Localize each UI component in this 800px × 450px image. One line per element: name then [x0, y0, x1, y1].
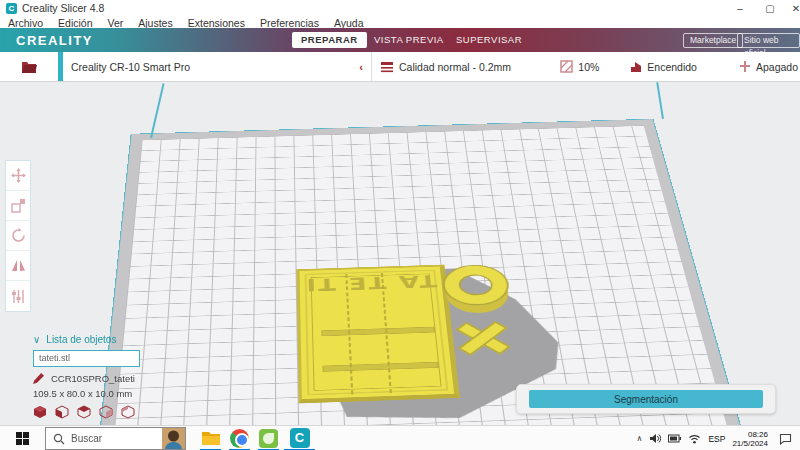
- printer-name: Creality CR-10 Smart Pro: [71, 61, 359, 73]
- app-title: Creality Slicer 4.8: [22, 2, 104, 14]
- support-icon: [629, 60, 642, 73]
- infill-icon: [560, 60, 573, 73]
- search-box[interactable]: Buscar: [45, 427, 186, 450]
- taskbar-creality-icon[interactable]: C: [285, 427, 314, 449]
- close-button[interactable]: ✕: [782, 0, 800, 17]
- object-list-title: Lista de objetos: [46, 334, 116, 345]
- taskbar: Buscar C ∧ ESP: [0, 425, 800, 450]
- start-button[interactable]: [0, 426, 44, 450]
- menu-item-ajustes[interactable]: Ajustes: [138, 17, 172, 29]
- open-file-button[interactable]: [0, 52, 58, 81]
- quality-setting[interactable]: Calidad normal - 0.2mm: [380, 61, 511, 73]
- mirror-icon: [11, 258, 26, 273]
- move-icon: [11, 168, 26, 183]
- green-app-icon: [259, 429, 278, 448]
- model-board[interactable]: TA TE TI: [297, 265, 460, 404]
- search-placeholder: Buscar: [71, 433, 162, 444]
- creality-app-icon: C: [290, 428, 310, 448]
- print-settings-bar[interactable]: Calidad normal - 0.2mm 10% Encendido Apa…: [372, 52, 800, 81]
- tab-vista-previa[interactable]: VISTA PREVIA: [365, 32, 453, 48]
- support-setting[interactable]: Encendido: [629, 60, 697, 73]
- official-site-button[interactable]: Sitio web oficial: [737, 33, 800, 48]
- menubar: Archivo Edición Ver Ajustes Extensiones …: [0, 17, 800, 28]
- clock-date: 21/5/2024: [732, 439, 768, 448]
- view-3d-cube-icon[interactable]: [33, 405, 47, 419]
- object-name-input[interactable]: tateti.stl: [33, 350, 140, 367]
- taskbar-green-app-icon[interactable]: [254, 427, 283, 449]
- camera-view-buttons: [33, 405, 183, 419]
- volume-icon[interactable]: [649, 433, 661, 444]
- menu-item-extensiones[interactable]: Extensiones: [188, 17, 245, 29]
- menu-item-archivo[interactable]: Archivo: [8, 17, 43, 29]
- object-list-panel: ∨ Lista de objetos tateti.stl CCR10SPRO_…: [33, 332, 183, 419]
- search-avatar[interactable]: [162, 428, 185, 449]
- folder-icon: [21, 60, 38, 74]
- adhesion-setting[interactable]: Apagado: [739, 60, 798, 73]
- menu-item-ayuda[interactable]: Ayuda: [334, 17, 364, 29]
- pencil-icon: [33, 373, 44, 384]
- clock[interactable]: 08:26 21/5/2024: [732, 430, 768, 448]
- build-plate[interactable]: TA TE TI: [93, 119, 755, 425]
- tray-chevron-icon[interactable]: ∧: [637, 434, 643, 443]
- chevron-down-icon: ∨: [33, 334, 40, 345]
- per-model-settings-button[interactable]: [6, 281, 30, 311]
- creality-logo: CREALITY: [16, 33, 93, 48]
- profile-name: CCR10SPRO_tateti: [51, 373, 135, 384]
- window-titlebar: C Creality Slicer 4.8 – ▢ ✕: [0, 0, 800, 17]
- tool-sidebar: [5, 160, 31, 312]
- menu-item-edicion[interactable]: Edición: [58, 17, 92, 29]
- notification-icon[interactable]: [779, 433, 792, 445]
- scale-tool-button[interactable]: [6, 191, 30, 221]
- toolbar: Creality CR-10 Smart Pro ‹ Calidad norma…: [0, 52, 800, 82]
- network-wifi-icon[interactable]: [688, 434, 701, 444]
- rotate-tool-button[interactable]: [6, 221, 30, 251]
- maximize-button[interactable]: ▢: [756, 0, 784, 17]
- printer-selector[interactable]: Creality CR-10 Smart Pro ‹: [63, 52, 372, 81]
- search-icon: [53, 433, 65, 445]
- explorer-folder-icon: [201, 430, 221, 446]
- menu-item-ver[interactable]: Ver: [107, 17, 123, 29]
- settings-sliders-icon: [11, 289, 26, 304]
- viewport[interactable]: TA TE TI: [0, 82, 800, 425]
- marketplace-button[interactable]: Marketplace: [683, 33, 743, 48]
- taskbar-chrome-icon[interactable]: [225, 427, 254, 449]
- chrome-icon: [230, 429, 249, 448]
- view-left-cube-icon[interactable]: [99, 405, 113, 419]
- battery-icon[interactable]: [668, 434, 681, 443]
- view-right-cube-icon[interactable]: [121, 405, 135, 419]
- adhesion-value: Apagado: [756, 61, 798, 73]
- model-dimensions: 109.5 x 80.0 x 10.0 mm: [33, 388, 183, 399]
- segmentation-button[interactable]: Segmentación: [529, 390, 763, 408]
- system-tray: ∧ ESP 08:26 21/5/2024: [637, 426, 798, 450]
- adhesion-icon: [739, 60, 751, 73]
- view-top-cube-icon[interactable]: [77, 405, 91, 419]
- minimize-button[interactable]: –: [726, 0, 754, 17]
- view-front-cube-icon[interactable]: [55, 405, 69, 419]
- windows-logo-icon: [16, 432, 29, 445]
- profile-row[interactable]: CCR10SPRO_tateti: [33, 373, 183, 384]
- move-tool-button[interactable]: [6, 161, 30, 191]
- layers-icon: [380, 61, 394, 73]
- mirror-tool-button[interactable]: [6, 251, 30, 281]
- app-icon: C: [6, 3, 17, 14]
- model-x-piece[interactable]: [452, 319, 515, 358]
- scale-icon: [11, 198, 26, 213]
- taskbar-explorer-icon[interactable]: [196, 427, 225, 449]
- infill-value: 10%: [578, 61, 599, 73]
- menu-item-preferencias[interactable]: Preferencias: [260, 17, 319, 29]
- segmentation-panel: Segmentación: [516, 384, 776, 414]
- language-indicator[interactable]: ESP: [708, 434, 725, 444]
- tab-preparar[interactable]: PREPARAR: [292, 32, 367, 48]
- collapse-chevron-icon[interactable]: ‹: [359, 61, 363, 73]
- support-value: Encendido: [647, 61, 697, 73]
- header-bar: CREALITY PREPARAR VISTA PREVIA SUPERVISA…: [0, 28, 800, 52]
- tab-supervisar[interactable]: SUPERVISAR: [447, 32, 531, 48]
- object-list-toggle[interactable]: ∨ Lista de objetos: [33, 332, 183, 346]
- clock-time: 08:26: [732, 430, 768, 439]
- rotate-icon: [11, 228, 26, 243]
- quality-label: Calidad normal - 0.2mm: [399, 61, 511, 73]
- infill-setting[interactable]: 10%: [560, 60, 599, 73]
